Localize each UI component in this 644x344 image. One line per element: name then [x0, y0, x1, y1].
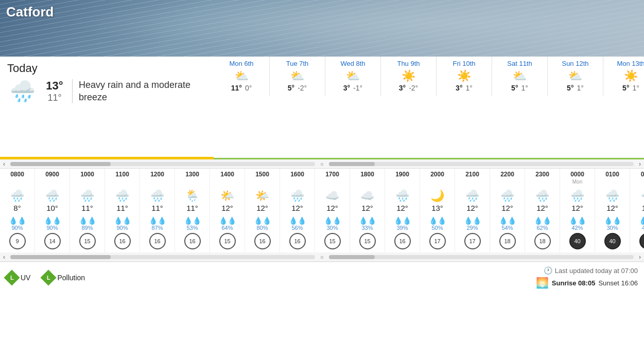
scroll-thumb-bottom [10, 255, 111, 259]
hour-icon: 🌤️ [211, 189, 243, 203]
forecast-day-temps: 11° 0° [216, 84, 267, 92]
uv-badge: L [4, 269, 20, 285]
hour-col: 1600 🌧️ 12° 💧💧 56% 16 [280, 169, 315, 252]
hour-sublabel [176, 179, 208, 186]
forecast-day-low: 1° [521, 84, 528, 92]
forecast-day-high: 3° [456, 84, 462, 92]
hour-icon: 🌦️ [176, 189, 208, 203]
hour-precip: 💧💧 89% [71, 216, 103, 231]
hour-precip: 💧💧 62% [526, 216, 559, 231]
forecast-day-name: Wed 8th [327, 60, 378, 67]
hour-sublabel [71, 179, 103, 186]
forecast-day-col[interactable]: Fri 10th ☀️ 3° 1° [436, 57, 492, 96]
hour-precip: 💧💧 90% [36, 216, 68, 231]
pollution-badge-item: L Pollution [43, 272, 85, 283]
forecast-day-col[interactable]: Sat 11th ⛅ 5° 1° [492, 57, 547, 96]
wind-speed-indicator: 18 [499, 233, 516, 249]
wind-speed-indicator: 42 [639, 233, 644, 249]
hour-icon: 🌧️ [631, 189, 644, 203]
hour-temp: 12° [631, 204, 644, 212]
scroll-bar-top-right[interactable] [329, 162, 634, 166]
forecast-day-col[interactable]: Thu 9th ☀️ 3° -2° [380, 57, 436, 96]
scroll-nav-bottom-center: ≡ [317, 254, 326, 260]
pollution-badge: L [41, 269, 57, 285]
scroll-right-arrow-bottom[interactable]: › [636, 254, 644, 261]
scroll-bar-bottom-right[interactable] [329, 255, 634, 259]
wind-speed-indicator: 16 [289, 233, 306, 249]
hour-col: 0900 🌧️ 10° 💧💧 90% 14 [35, 169, 70, 252]
hour-sublabel [106, 179, 138, 186]
hour-col: 0200 🌧️ 12° 💧💧 45% 42 [630, 169, 644, 252]
hour-sublabel [351, 179, 384, 186]
precip-pct: 87% [151, 225, 163, 231]
forecast-day-col[interactable]: Mon 13th ☀️ 5° 1° [603, 57, 644, 96]
precip-pct: 33% [361, 225, 373, 231]
hour-col: 1200 🌧️ 11° 💧💧 87% 16 [140, 169, 175, 252]
hour-label: 2000 [421, 171, 454, 178]
today-temp-low: 11° [47, 93, 61, 103]
hour-col: 1500 🌤️ 12° 💧💧 80% 16 [245, 169, 280, 252]
forecast-day-name: Fri 10th [439, 60, 490, 67]
scroll-left-arrow-bottom[interactable]: ‹ [0, 254, 8, 261]
hour-temp: 12° [596, 204, 629, 212]
precip-pct: 90% [11, 225, 23, 231]
forecast-day-low: 1° [633, 84, 639, 92]
precip-drops-icon: 💧💧 [499, 216, 516, 225]
precip-drops-icon: 💧💧 [149, 216, 166, 225]
hour-icon: 🌧️ [71, 189, 103, 203]
hour-icon: 🌧️ [561, 189, 594, 203]
scroll-bar-top[interactable] [10, 162, 315, 166]
forecast-day-col[interactable]: Mon 6th ⛅ 11° 0° [214, 57, 269, 96]
forecast-day-col[interactable]: Sun 12th ⛅ 5° 1° [547, 57, 603, 96]
forecast-day-temps: 3° -2° [383, 84, 434, 92]
precip-drops-icon: 💧💧 [9, 216, 26, 225]
forecast-day-icon: ☀️ [439, 69, 490, 83]
scroll-nav-bottom: ‹ ≡ › [0, 252, 644, 262]
forecast-day-col[interactable]: Tue 7th ⛅ 5° -2° [269, 57, 325, 96]
forecast-day-low: 0° [245, 84, 252, 92]
hour-temp: 12° [246, 204, 279, 212]
hour-sublabel [491, 179, 524, 186]
scroll-bar-bottom[interactable] [10, 255, 315, 259]
forecast-day-col[interactable]: Wed 8th ⛅ 3° -1° [325, 57, 380, 96]
precip-drops-icon: 💧💧 [604, 216, 621, 225]
precip-pct: 30% [606, 225, 618, 231]
sunset-label: Sunset 16:06 [598, 279, 638, 287]
hour-icon: 🌧️ [596, 189, 629, 203]
forecast-day-high: 5° [288, 84, 294, 92]
scroll-right-arrow[interactable]: › [636, 160, 644, 168]
precip-pct: 80% [256, 225, 268, 231]
hour-icon: 🌧️ [526, 189, 559, 203]
hour-label: 2200 [491, 171, 524, 178]
hour-col: 1000 🌧️ 11° 💧💧 89% 15 [70, 169, 105, 252]
forecast-day-temps: 5° 1° [550, 84, 601, 92]
forecast-day-high: 3° [343, 84, 350, 92]
hour-sublabel: Mon [561, 179, 594, 186]
hour-col: 2200 🌧️ 12° 💧💧 54% 18 [490, 169, 525, 252]
today-temp-high: 13° [46, 79, 63, 93]
hour-precip: 💧💧 29% [456, 216, 489, 231]
precip-pct: 45% [642, 225, 644, 231]
hour-precip: 💧💧 30% [596, 216, 629, 231]
forecast-day-high: 5° [567, 84, 573, 92]
wind-speed-indicator: 14 [44, 233, 61, 249]
scroll-thumb-top [10, 162, 111, 166]
hour-precip: 💧💧 53% [176, 216, 208, 231]
scroll-left-arrow[interactable]: ‹ [0, 160, 8, 168]
today-yellow-bar [0, 157, 214, 159]
precip-drops-icon: 💧💧 [219, 216, 236, 225]
hour-temp: 11° [71, 204, 103, 212]
forecast-day-low: -1° [353, 84, 362, 92]
hour-temp: 11° [106, 204, 138, 212]
hour-label: 1800 [351, 171, 384, 178]
forecast-day-name: Thu 9th [383, 60, 434, 67]
sunrise-sunset-row: 🌅 Sunrise 08:05 Sunset 16:06 [536, 277, 638, 289]
hour-precip: 💧💧 54% [491, 216, 524, 231]
hour-sublabel [386, 179, 419, 186]
precip-drops-icon: 💧💧 [359, 216, 376, 225]
wind-speed-indicator: 15 [79, 233, 96, 249]
hour-temp: 12° [351, 204, 384, 212]
hour-temp: 8° [1, 204, 33, 212]
forecast-day-icon: ⛅ [550, 69, 601, 83]
hour-sublabel [316, 179, 349, 186]
